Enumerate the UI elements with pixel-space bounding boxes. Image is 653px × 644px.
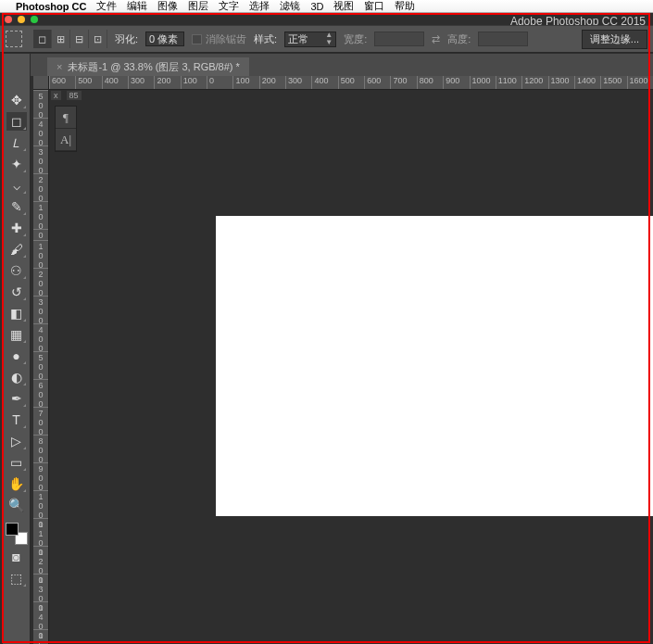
- menu-app[interactable]: Photoshop CC: [16, 1, 86, 12]
- quickmask-tool[interactable]: ◙: [6, 548, 27, 566]
- selection-subtract-icon[interactable]: ⊟: [70, 30, 89, 48]
- menu-3d[interactable]: 3D: [310, 1, 323, 12]
- close-tab-icon[interactable]: ×: [57, 61, 62, 72]
- ruler-horizontal[interactable]: 6005004003002001000100200300400500600700…: [49, 76, 653, 90]
- crop-tool[interactable]: ⌵: [6, 176, 27, 195]
- style-select[interactable]: 正常▲▼: [284, 32, 336, 47]
- options-bar: ◻ ⊞ ⊟ ⊡ 羽化: 消除锯齿 样式: 正常▲▼ 宽度: ⇄ 高度: 调整边缘…: [0, 25, 653, 53]
- marquee-tool[interactable]: ◻: [6, 112, 27, 131]
- current-tool-icon[interactable]: [6, 31, 22, 47]
- path-select-tool[interactable]: ▷: [6, 432, 27, 450]
- selection-mode-group: ◻ ⊞ ⊟ ⊡: [33, 30, 107, 48]
- healing-tool[interactable]: ✚: [6, 219, 27, 237]
- minimize-icon[interactable]: [18, 16, 25, 23]
- magic-wand-tool[interactable]: ✦: [6, 155, 27, 173]
- eraser-tool[interactable]: ◧: [6, 304, 27, 322]
- paragraph-panel-icon[interactable]: ¶: [56, 107, 76, 129]
- screenmode-tool[interactable]: ⬚: [6, 569, 27, 587]
- color-swatches[interactable]: [6, 523, 28, 545]
- height-input: [478, 32, 528, 46]
- close-icon[interactable]: [5, 16, 12, 23]
- menu-filter[interactable]: 滤镜: [280, 0, 300, 13]
- shape-tool[interactable]: ▭: [6, 453, 27, 472]
- brush-tool[interactable]: 🖌: [6, 240, 27, 259]
- feather-input[interactable]: [145, 32, 184, 46]
- ruler-corner: [33, 76, 49, 90]
- feather-label: 羽化:: [115, 32, 138, 46]
- menu-view[interactable]: 视图: [333, 0, 354, 13]
- menu-window[interactable]: 窗口: [364, 0, 384, 13]
- menu-type[interactable]: 文字: [219, 0, 239, 13]
- menu-select[interactable]: 选择: [249, 0, 270, 13]
- antialias-check: 消除锯齿: [192, 32, 246, 46]
- menu-layer[interactable]: 图层: [188, 0, 208, 13]
- canvas[interactable]: [216, 216, 653, 516]
- height-label: 高度:: [447, 32, 471, 46]
- zoom-tool[interactable]: 🔍: [6, 496, 27, 514]
- menu-edit[interactable]: 编辑: [127, 0, 147, 13]
- ruler-info: x85: [51, 91, 82, 100]
- character-panel-icon[interactable]: A|: [56, 129, 76, 151]
- refine-edge-button[interactable]: 调整边缘...: [582, 30, 647, 49]
- maximize-icon[interactable]: [31, 16, 38, 23]
- foreground-color[interactable]: [6, 523, 19, 536]
- width-label: 宽度:: [344, 32, 367, 46]
- history-brush-tool[interactable]: ↺: [6, 283, 27, 301]
- type-tool[interactable]: T: [6, 410, 27, 429]
- menu-file[interactable]: 文件: [96, 0, 117, 13]
- selection-intersect-icon[interactable]: ⊡: [89, 30, 107, 48]
- document-tab[interactable]: × 未标题-1 @ 33.8% (图层 3, RGB/8#) *: [47, 57, 249, 76]
- clone-tool[interactable]: ⚇: [6, 261, 27, 280]
- ruler-vertical[interactable]: 5004003002001000100200300400500600700800…: [33, 90, 49, 644]
- pen-tool[interactable]: ✒: [6, 389, 27, 408]
- canvas-area: × 未标题-1 @ 33.8% (图层 3, RGB/8#) * 6005004…: [31, 54, 653, 644]
- menu-help[interactable]: 帮助: [395, 0, 415, 13]
- document-tab-title: 未标题-1 @ 33.8% (图层 3, RGB/8#) *: [68, 60, 239, 74]
- collapsed-panel[interactable]: ¶ A|: [55, 106, 77, 152]
- blur-tool[interactable]: ●: [6, 347, 27, 365]
- swap-icon: ⇄: [432, 33, 440, 45]
- gradient-tool[interactable]: ▦: [6, 325, 27, 344]
- width-input: [374, 32, 424, 46]
- style-label: 样式:: [254, 32, 277, 46]
- mac-menubar: Photoshop CC 文件 编辑 图像 图层 文字 选择 滤镜 3D 视图 …: [0, 0, 653, 13]
- lasso-tool[interactable]: 𝘓: [6, 133, 27, 152]
- eyedropper-tool[interactable]: ✎: [6, 197, 27, 216]
- menu-image[interactable]: 图像: [157, 0, 178, 13]
- selection-add-icon[interactable]: ⊞: [52, 30, 70, 48]
- dodge-tool[interactable]: ◐: [6, 368, 27, 386]
- selection-new-icon[interactable]: ◻: [33, 30, 52, 48]
- hand-tool[interactable]: ✋: [6, 474, 27, 493]
- move-tool[interactable]: ✥: [6, 91, 27, 109]
- tools-panel: ✥ ◻ 𝘓 ✦ ⌵ ✎ ✚ 🖌 ⚇ ↺ ◧ ▦ ● ◐ ✒ T ▷ ▭ ✋ 🔍 …: [3, 54, 31, 644]
- document-tab-strip: × 未标题-1 @ 33.8% (图层 3, RGB/8#) *: [31, 54, 653, 76]
